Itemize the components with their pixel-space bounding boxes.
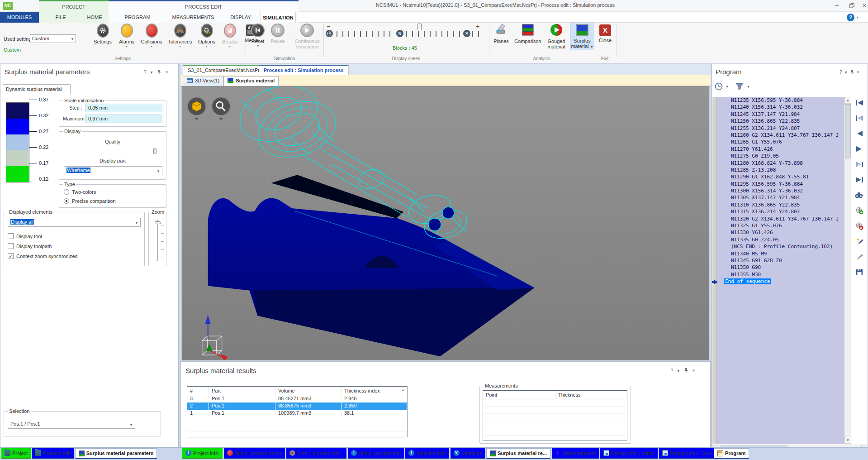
quality-slider-track[interactable]: [65, 151, 161, 151]
alarms-button[interactable]: Alarms ▼: [116, 24, 137, 48]
gcode-line[interactable]: N11265 G1 Y55.076: [716, 139, 844, 145]
checkbox-icon[interactable]: [8, 253, 14, 259]
radio-icon[interactable]: [64, 189, 69, 195]
type-radio-option[interactable]: Two-colors: [64, 189, 166, 195]
zoom-slider-thumb[interactable]: [155, 221, 161, 224]
help-icon[interactable]: ?: [847, 14, 854, 21]
remove-breakpoint-icon[interactable]: [855, 221, 864, 231]
scrollbar-thumb[interactable]: [845, 104, 851, 158]
table-row[interactable]: 2 Pos.1 88.85675 mm3 2.859: [187, 402, 407, 410]
tab-dynamic-surplus-material[interactable]: Dynamic surplus material: [3, 84, 71, 94]
tab-home[interactable]: HOME: [81, 12, 108, 23]
gcode-line[interactable]: N11325 G1 Y55.076: [716, 222, 844, 229]
chevron-down-icon[interactable]: ▼: [138, 45, 165, 48]
checkbox-option[interactable]: Context zoom synchronized: [8, 253, 78, 259]
planes-button[interactable]: Planes: [491, 23, 512, 50]
gcode-line[interactable]: N11310 X136.865 Y22.835: [716, 201, 844, 208]
gcode-line[interactable]: N11270 Y61.426: [716, 146, 844, 153]
document-tab-process-edit[interactable]: Process edit : Simulation process: [259, 65, 349, 75]
speed-ticks[interactable]: [337, 31, 394, 37]
display-part-combobox[interactable]: Wireframe ▼: [64, 166, 162, 175]
chevron-down-icon[interactable]: ▼: [726, 85, 729, 88]
search-binoculars-icon[interactable]: ▼: [855, 190, 864, 200]
comparison-button[interactable]: Comparison: [513, 23, 543, 50]
measurements-table[interactable]: Point Thickness: [483, 390, 627, 441]
gcode-line[interactable]: N11285 Z-13.208: [716, 167, 844, 173]
gcode-line[interactable]: N11315 X136.214 Y24.807: [716, 208, 844, 215]
used-settings-combobox[interactable]: Custom▼: [30, 34, 76, 43]
go-previous-filtered-icon[interactable]: [855, 113, 864, 123]
tolerances-button[interactable]: Tolerances ▼: [166, 24, 194, 48]
gcode-end-line[interactable]: End of sequence: [716, 278, 844, 285]
tab-modules[interactable]: MODULES: [0, 12, 39, 23]
gcode-line[interactable]: N11295 X156.595 Y-36.884: [716, 181, 844, 187]
speed-slider-track[interactable]: [335, 27, 473, 27]
panel-tab[interactable]: Surplus material parameters: [75, 448, 157, 459]
status-tab[interactable]: Selection info: [405, 448, 449, 459]
speed-ticks[interactable]: [406, 31, 461, 37]
gcode-listing[interactable]: N11235 X156.595 Y-36.884N11240 X156.314 …: [716, 97, 844, 444]
add-breakpoint-icon[interactable]: [855, 206, 864, 216]
chevron-down-icon[interactable]: ▼: [195, 45, 218, 48]
help-dropdown-icon[interactable]: ▾: [857, 15, 859, 19]
gcode-line[interactable]: N11250 X136.865 Y22.835: [716, 118, 844, 125]
go-next-filtered-icon[interactable]: [855, 159, 864, 169]
checkbox-icon[interactable]: [8, 243, 14, 249]
type-radio-option[interactable]: Precise comparison: [64, 198, 166, 204]
tab-file[interactable]: FILE: [49, 12, 72, 23]
go-to-start-icon[interactable]: [855, 98, 864, 108]
help-icon[interactable]: ?: [144, 70, 147, 75]
options-button[interactable]: Options ▼: [195, 24, 218, 48]
column-header[interactable]: #: [187, 387, 209, 395]
status-tab[interactable]: Variables: [451, 448, 485, 459]
quality-slider-thumb[interactable]: [153, 148, 157, 154]
tab-simulation[interactable]: SIMULATION: [261, 12, 296, 23]
gcode-line[interactable]: N11340 M5 M9: [716, 250, 844, 257]
results-table[interactable]: # Part Volume Thickness index▲ 3 Pos.1 8…: [187, 386, 408, 437]
displayed-elements-combobox[interactable]: Display all ▼: [8, 218, 141, 227]
status-tab[interactable]: Surplus material re...: [486, 448, 550, 459]
panel-tab[interactable]: Process edit: [32, 448, 74, 459]
help-icon[interactable]: ?: [840, 70, 842, 75]
gcode-line[interactable]: N11235 X156.595 Y-36.884: [716, 97, 844, 104]
scroll-down-icon[interactable]: ▼: [844, 437, 851, 444]
gcode-line[interactable]: N11320 G2 X134.611 Y34.767 I30.147 J: [716, 216, 844, 222]
gcode-line[interactable]: N11335 G0 Z24.05: [716, 236, 844, 243]
status-tab[interactable]: Simul. process info: [348, 448, 404, 459]
gcode-line[interactable]: N11355 M30: [716, 271, 844, 278]
viewport-3d[interactable]: [181, 86, 710, 360]
chevron-down-icon[interactable]: ▼: [166, 45, 194, 48]
help-icon[interactable]: ?: [671, 368, 674, 373]
go-to-end-icon[interactable]: [855, 175, 864, 185]
gcode-line[interactable]: N11290 G1 X162.848 Y-55.81: [716, 173, 844, 180]
settings-button[interactable]: Settings: [90, 24, 115, 48]
gcode-line[interactable]: N11240 X156.314 Y-36.032: [716, 104, 844, 110]
minimize-button[interactable]: –: [830, 0, 843, 11]
speed-plus-button[interactable]: +: [476, 23, 479, 30]
tab-program[interactable]: PROGRAM: [121, 12, 154, 23]
speed-ticks[interactable]: [472, 31, 481, 37]
status-tab[interactable]: Measurements: [552, 448, 599, 459]
tab-measurements[interactable]: MEASUREMENTS: [172, 12, 214, 23]
column-header[interactable]: Thickness index▲: [342, 387, 407, 395]
pin-icon[interactable]: [850, 69, 854, 75]
results-table-header[interactable]: # Part Volume Thickness index▲: [187, 387, 407, 395]
chevron-down-icon[interactable]: ▼: [248, 44, 267, 48]
column-header[interactable]: Part: [209, 387, 275, 395]
step-input[interactable]: 0.05 mm: [85, 104, 162, 112]
reset-button[interactable]: Reset ▼: [248, 24, 267, 49]
clock-history-icon[interactable]: [715, 82, 723, 91]
pin-icon[interactable]: [157, 69, 161, 75]
chevron-down-icon[interactable]: ▾: [151, 70, 153, 75]
column-header[interactable]: Thickness: [555, 391, 627, 399]
collisions-button[interactable]: Collisions ▼: [138, 24, 165, 48]
view-tab-surplus-material[interactable]: Surplus material: [223, 76, 279, 86]
selection-combobox[interactable]: Pos.1 / Pos.1 ▼: [8, 420, 135, 429]
close-window-button[interactable]: ×: [858, 0, 868, 11]
edit-line-icon[interactable]: [855, 252, 864, 262]
gcode-line[interactable]: N11330 Y61.426: [716, 229, 844, 236]
table-row[interactable]: 1 Pos.1 100989.7 mm3 38.1: [187, 410, 407, 417]
checkbox-icon[interactable]: [8, 233, 14, 239]
view-tab-3d[interactable]: 3D View(1): [183, 76, 223, 86]
scroll-up-icon[interactable]: ▲: [844, 97, 851, 104]
